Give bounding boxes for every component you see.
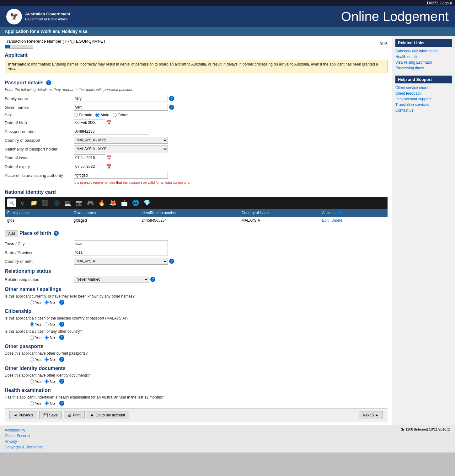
taskbar-icon-diamond[interactable]: 💎 [142,198,152,208]
passport-details-help-icon[interactable]: ? [46,80,51,85]
taskbar-search[interactable]: 🔍 [7,198,16,207]
country-birth-help-icon[interactable]: ? [169,259,174,264]
taskbar-icon-globe[interactable]: 🌐 [131,198,140,208]
taskbar-icon-game[interactable]: 🎮 [86,198,95,208]
health-exam-no-radio[interactable] [45,401,49,405]
sidebar-link-pricing[interactable]: Visa Pricing Estimator [395,60,452,65]
citizenship-q2-help-icon[interactable]: ? [59,335,64,340]
sex-other-label[interactable]: Other [113,113,128,117]
taskbar-icon-moon[interactable]: 🌑 [52,198,61,208]
other-passports-help-icon[interactable]: ? [59,357,64,362]
citizenship-q2-no-label[interactable]: No [45,335,55,340]
nationality-select[interactable]: MALAYSIA - MYS [74,145,168,152]
other-names-help-icon[interactable]: ? [59,300,64,305]
other-id-docs-yes-radio[interactable] [30,379,34,383]
sidebar-link-charter[interactable]: Client service charter [395,85,452,91]
state-input[interactable] [74,249,168,256]
print-button[interactable]: 🖨 Print [64,411,85,419]
footer-link-copyright[interactable]: Copyright & Disclaimer [5,444,43,450]
citizenship-q1: Is this applicant a citizen of the selec… [5,316,388,320]
passport-number-input[interactable] [74,128,149,135]
other-id-docs-no-radio[interactable] [45,379,49,383]
row-id-number: 244584565254 [139,217,239,224]
sidebar-link-immi[interactable]: ImmiAccount support [395,96,452,102]
other-names-yes-label[interactable]: Yes [30,300,41,305]
sex-female-label[interactable]: Female [74,113,92,117]
other-id-docs-help-icon[interactable]: ? [59,379,64,384]
other-names-no-radio[interactable] [45,300,49,304]
town-input[interactable] [74,240,168,247]
taskbar-icon-camera[interactable]: 📷 [74,198,84,208]
taskbar-icon-ie[interactable]: e [18,198,27,208]
sidebar-link-translation[interactable]: Translation services [395,102,452,108]
dob-calendar-icon[interactable]: 📅 [106,120,111,125]
other-passports-yes-radio[interactable] [30,357,34,362]
family-name-input[interactable] [74,95,168,102]
other-id-docs-yes-label[interactable]: Yes [30,379,41,384]
country-birth-select[interactable]: MALAYSIA [74,258,168,265]
validity-note: It is strongly recommended that the pass… [74,181,388,184]
taskbar-icon-vs[interactable]: 💻 [63,198,72,208]
given-names-help-icon[interactable]: ? [169,105,174,110]
relationship-status-select[interactable]: Never Married [74,276,149,283]
other-names-yes-radio[interactable] [30,300,34,304]
place-issue-input[interactable] [74,172,168,179]
sex-other-radio[interactable] [113,113,117,117]
date-expiry-input[interactable] [74,163,105,170]
taskbar-icon-fire[interactable]: 🔥 [97,198,106,208]
citizenship-q2-no-radio[interactable] [45,336,49,340]
sidebar-link-contact[interactable]: Contact us [395,108,452,113]
date-expiry-calendar-icon[interactable]: 📅 [106,164,111,169]
other-passports-no-radio[interactable] [45,357,49,362]
previous-button[interactable]: ◄ Previous [9,411,37,419]
health-exam-yes-radio[interactable] [30,401,34,405]
health-exam-yes-label[interactable]: Yes [30,401,41,406]
dob-input[interactable] [74,119,105,126]
logout-link[interactable]: Logout [440,1,452,5]
taskbar-icon-firefox[interactable]: 🦊 [108,198,118,208]
footer-link-security[interactable]: Online Security [5,433,43,439]
country-passport-select[interactable]: MALAYSIA - MYS [74,137,168,144]
citizenship-q1-no-label[interactable]: No [45,322,55,327]
actions-help-icon[interactable]: ? [337,210,342,215]
other-identity-docs-question: Does this applicant have other identity … [5,373,388,378]
sidebar-link-subclass[interactable]: Subclass 462 information [395,48,452,54]
place-of-birth-help-icon[interactable]: ? [54,231,59,236]
citizenship-q1-yes-radio[interactable] [30,322,34,326]
sidebar-link-processing[interactable]: Processing times [395,65,452,71]
help-section: Help and Support Client service charter … [395,76,452,113]
given-names-input[interactable] [74,104,168,111]
citizenship-q1-no-radio[interactable] [45,322,49,326]
add-national-id-button[interactable]: Add [5,230,18,237]
delete-link[interactable]: Delete [331,218,342,223]
sex-female-radio[interactable] [74,113,78,117]
table-row: gfds gfdsgsd 244584565254 MALAYSIA Edit … [5,217,388,224]
next-button[interactable]: Next 5 ► [359,411,383,419]
sidebar-link-feedback[interactable]: Client feedback [395,91,452,96]
taskbar-icon-terminal[interactable]: ⬛ [40,198,50,208]
family-name-help-icon[interactable]: ? [169,96,174,101]
other-id-docs-no-label[interactable]: No [45,379,55,384]
health-exam-help-icon[interactable]: ? [59,401,64,406]
other-names-no-label[interactable]: No [45,300,55,305]
taskbar-icon-folder[interactable]: 📁 [29,198,39,208]
sidebar-link-health[interactable]: Health details [395,54,452,60]
footer-link-privacy[interactable]: Privacy [5,439,43,444]
health-exam-no-label[interactable]: No [45,401,55,406]
edit-link[interactable]: Edit [322,218,329,223]
taskbar-icon-mail[interactable]: 📩 [120,198,129,208]
sex-male-label[interactable]: Male [95,113,109,117]
footer-link-accessibility[interactable]: Accessibility [5,427,43,433]
other-passports-no-label[interactable]: No [45,357,55,362]
citizenship-q2-yes-radio[interactable] [30,336,34,340]
citizenship-q1-yes-label[interactable]: Yes [30,322,41,327]
date-issue-calendar-icon[interactable]: 📅 [106,155,111,160]
date-issue-input[interactable] [74,154,105,161]
other-passports-yes-label[interactable]: Yes [30,357,41,362]
citizenship-q2-yes-label[interactable]: Yes [30,335,41,340]
save-button[interactable]: 💾 Save [39,411,62,419]
go-to-account-button[interactable]: ► Go to my account [87,411,129,419]
relationship-status-help-icon[interactable]: ? [150,277,155,282]
citizenship-q1-help-icon[interactable]: ? [59,322,64,327]
sex-male-radio[interactable] [95,113,99,117]
